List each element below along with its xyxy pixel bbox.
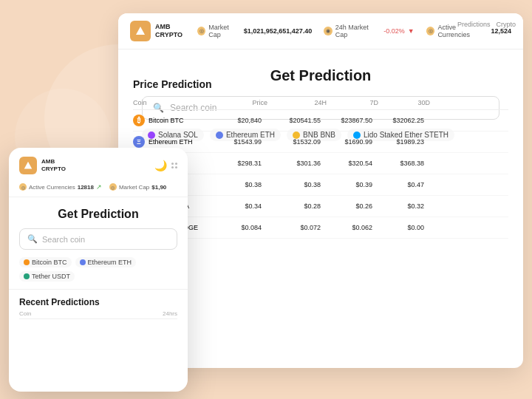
- grid-icon[interactable]: [171, 163, 177, 168]
- trend-up-icon: ↗: [96, 183, 102, 191]
- active-currencies-icon: ◎: [426, 27, 435, 35]
- front-currencies-icon: ◎: [19, 183, 27, 191]
- front-mcap-icon: ◎: [109, 183, 117, 191]
- rp-col-24h: 24hrs: [163, 310, 177, 317]
- ada-30d: $0.32: [384, 202, 436, 210]
- coin-cell-eth: Ξ Ethereum ETH: [133, 136, 222, 148]
- btc-price: $20,840: [222, 117, 273, 124]
- main-logo: AMB CRYPTO: [130, 21, 183, 41]
- ada-24h: $0.28: [273, 202, 332, 210]
- ada-7d: $0.26: [332, 202, 384, 210]
- btc-name: Bitcoin BTC: [149, 117, 184, 124]
- price-table-title: Price Prediction: [133, 78, 508, 90]
- 24h-cap-icon: ◉: [324, 27, 332, 35]
- price-table: Coin Price 24H 7D 30D ₿ Bitcoin BTC $20,…: [133, 96, 508, 239]
- col-7d: 7D: [332, 99, 384, 106]
- xrp-30d: $0.47: [384, 181, 436, 188]
- doge-price: $0.084: [222, 224, 273, 231]
- coin-cell-btc: ₿ Bitcoin BTC: [133, 115, 222, 126]
- front-logo-text: AMB CRYPTO: [41, 158, 66, 172]
- table-row: A Cardano ADA $0.34 $0.28 $0.26 $0.32: [133, 196, 508, 217]
- eth-24h: $1532.09: [273, 138, 332, 146]
- doge-24h: $0.072: [273, 224, 332, 231]
- front-search-icon: 🔍: [27, 234, 38, 244]
- xrp-7d: $0.39: [332, 181, 384, 188]
- moon-icon[interactable]: 🌙: [154, 160, 167, 171]
- stat-market-cap: ◎ Market Cap $1,021,952,651,427.40: [197, 24, 312, 38]
- col-price: Price: [222, 99, 273, 106]
- btc-30d: $32062.25: [384, 117, 436, 124]
- front-usdt-dot: [24, 273, 30, 279]
- front-stat-mcap: ◎ Market Cap $1,90: [109, 183, 166, 191]
- front-stat-currencies: ◎ Active Currencies 12818 ↗: [19, 183, 102, 191]
- doge-30d: $0.00: [384, 224, 436, 231]
- front-coin-tag-btc[interactable]: Bitcoin BTC: [19, 257, 72, 267]
- front-header-icons: 🌙: [154, 160, 177, 171]
- front-eth-dot: [80, 259, 86, 265]
- front-search-bar[interactable]: 🔍 Search coin: [19, 228, 177, 250]
- btc-24h: $20541.55: [273, 117, 332, 124]
- bnb-7d: $320.54: [332, 160, 384, 167]
- front-coin-tags: Bitcoin BTC Ethereum ETH Tether USDT: [19, 257, 177, 282]
- eth-7d: $1690.99: [332, 138, 384, 146]
- market-cap-icon: ◎: [197, 27, 205, 35]
- svg-marker-0: [136, 27, 145, 35]
- nav-crypto[interactable]: Crypto: [496, 21, 516, 28]
- front-gp-title: Get Prediction: [19, 208, 177, 221]
- eth-price: $1543.99: [222, 138, 273, 146]
- front-coin-tag-usdt[interactable]: Tether USDT: [19, 271, 75, 282]
- main-logo-icon: [130, 21, 151, 41]
- table-header: Coin Price 24H 7D 30D: [133, 96, 508, 110]
- front-btc-dot: [24, 259, 30, 265]
- btc-7d: $23867.50: [332, 117, 384, 124]
- xrp-price: $0.38: [222, 181, 273, 188]
- front-coin-tag-eth[interactable]: Ethereum ETH: [75, 257, 137, 267]
- front-card: AMB CRYPTO 🌙 ◎ Active Currencies 12818 ↗: [9, 148, 188, 392]
- rp-col-coin: Coin: [19, 310, 31, 317]
- front-get-prediction: Get Prediction 🔍 Search coin Bitcoin BTC…: [9, 197, 188, 289]
- main-header: AMB CRYPTO ◎ Market Cap $1,021,952,651,4…: [118, 13, 523, 50]
- front-logo: AMB CRYPTO: [19, 157, 66, 174]
- eth-icon: Ξ: [133, 136, 145, 148]
- bnb-price: $298.31: [222, 160, 273, 167]
- front-logo-icon: [19, 157, 37, 174]
- btc-icon: ₿: [133, 115, 145, 126]
- table-row: D Dogecoin DOGE $0.084 $0.072 $0.062 $0.…: [133, 217, 508, 239]
- ada-price: $0.34: [222, 202, 273, 210]
- main-logo-text: AMB CRYPTO: [155, 23, 183, 39]
- front-header: AMB CRYPTO 🌙: [9, 148, 188, 180]
- col-24h: 24H: [273, 99, 332, 106]
- col-coin: Coin: [133, 99, 222, 106]
- stat-24h: ◉ 24h Market Cap -0.02% ▼: [324, 24, 414, 38]
- table-row: Ξ Ethereum ETH $1543.99 $1532.09 $1690.9…: [133, 132, 508, 153]
- bnb-24h: $301.36: [273, 160, 332, 167]
- recent-predictions: Recent Predictions Coin 24hrs: [9, 289, 188, 319]
- recent-predictions-title: Recent Predictions: [19, 297, 177, 307]
- eth-30d: $1989.23: [384, 138, 436, 146]
- xrp-24h: $0.38: [273, 181, 332, 188]
- front-stats: ◎ Active Currencies 12818 ↗ ◎ Market Cap…: [9, 180, 188, 197]
- front-search-placeholder: Search coin: [42, 235, 85, 244]
- eth-name: Ethereum ETH: [149, 138, 193, 146]
- table-row: ✕ XRP XRP $0.38 $0.38 $0.39 $0.47: [133, 174, 508, 196]
- table-row: B BNB BNB $298.31 $301.36 $320.54 $368.3…: [133, 153, 508, 174]
- bnb-30d: $368.38: [384, 160, 436, 167]
- doge-7d: $0.062: [332, 224, 384, 231]
- top-nav: Predictions Crypto: [457, 21, 516, 28]
- recent-predictions-header: Coin 24hrs: [19, 310, 177, 319]
- nav-predictions[interactable]: Predictions: [457, 21, 491, 28]
- svg-marker-1: [24, 162, 33, 169]
- col-30d: 30D: [384, 99, 436, 106]
- table-row: ₿ Bitcoin BTC $20,840 $20541.55 $23867.5…: [133, 110, 508, 132]
